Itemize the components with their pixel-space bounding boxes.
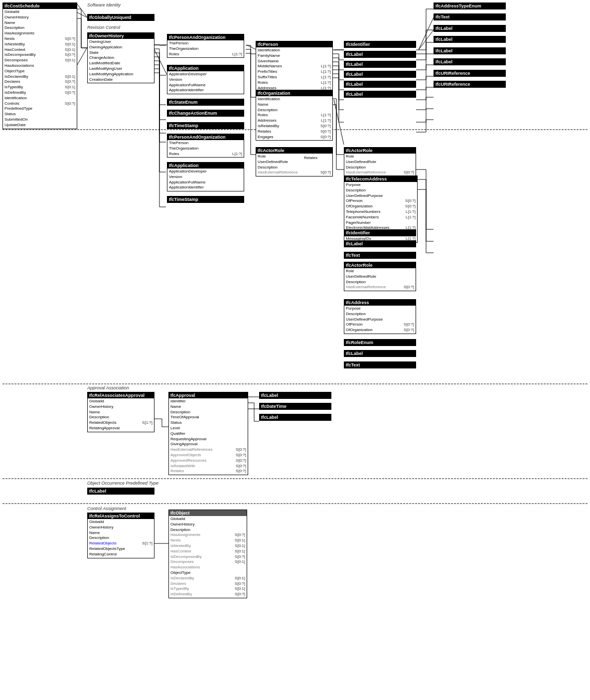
box-ifcLabel9: IfcLabel: [434, 58, 506, 65]
box-ifcAddressTypeEnum-header: IfcAddressTypeEnum: [434, 3, 505, 9]
box-ifcChangeActionEnum-header: IfcChangeActionEnum: [167, 110, 244, 116]
box-ifcLabel4: IfcLabel: [344, 81, 416, 88]
box-ifcLabel8: IfcLabel: [434, 47, 506, 54]
box-ifcRoleEnum-header: IfcRoleEnum: [344, 340, 416, 346]
box-ifcAddress-body: Purpose Description UserDefinedPurpose O…: [344, 306, 416, 334]
box-ifcPersonAndOrganization1-header: IfcPersonAndOrganization: [167, 34, 244, 40]
svg-line-1: [77, 47, 87, 65]
box-ifcDateTime-header: IfcDateTime: [260, 403, 331, 409]
box-ifcLabelPredefined-header: IfcLabel: [88, 488, 154, 494]
box-ifcIdentifier1: IfcIdentifier: [344, 41, 416, 48]
svg-line-4: [247, 45, 257, 50]
box-ifcIdentifier2-header: IfcIdentifier: [344, 230, 416, 236]
box-ifcLabelPredefined: IfcLabel: [87, 488, 154, 495]
box-ifcLabel6-header: IfcLabel: [434, 25, 505, 31]
box-ifcPersonAndOrganization2: IfcPersonAndOrganization ThePerson TheOr…: [167, 134, 244, 158]
box-ifcLabel13-header: IfcLabel: [260, 414, 331, 420]
box-ifcText1: IfcText: [434, 13, 506, 20]
box-ifcLabel1-header: IfcLabel: [344, 51, 416, 57]
box-ifcText3-header: IfcText: [344, 362, 416, 368]
box-ifcRelAssociatesApproval: IfcRelAssociatesApproval GlobalId OwnerH…: [87, 392, 154, 432]
box-ifcOwnerHistory-header: IfcOwnerHistory: [88, 33, 154, 39]
box-ifcObject: IfcObject GlobalId OwnerHistory Descript…: [168, 510, 247, 598]
box-ifcLabel2: IfcLabel: [344, 61, 416, 68]
box-ifcPerson-header: IfcPerson: [256, 41, 332, 47]
box-ifcActorRole2: IfcActorRole Role UserDefinedRole Descri…: [344, 147, 416, 176]
box-ifcLabel13: IfcLabel: [259, 414, 331, 421]
box-ifcLabel11-header: IfcLabel: [344, 350, 416, 356]
box-ifcObject-header: IfcObject: [169, 510, 247, 516]
box-ifcLabel12: IfcLabel: [259, 392, 331, 399]
section-label-revision-control: Revision Control: [87, 25, 120, 30]
box-ifcOwnerHistory-body: OwningUser OwningApplication State Chang…: [88, 39, 154, 83]
svg-line-13: [77, 4, 87, 17]
svg-line-8: [334, 100, 344, 145]
box-ifcAddress: IfcAddress Purpose Description UserDefin…: [344, 299, 416, 334]
box-ifcApplication1-header: IfcApplication: [167, 65, 244, 71]
box-ifcStateEnum: IfcStateEnum: [167, 99, 244, 106]
box-ifcActorRole3-header: IfcActorRole: [344, 262, 416, 268]
box-ifcLabel7: IfcLabel: [434, 36, 506, 43]
box-ifcGloballyUniqueId: IfcGloballyUniqueId: [87, 14, 154, 21]
box-ifcURIReference1-header: IfcURIReference: [434, 70, 505, 76]
box-ifcLabel5: IfcLabel: [344, 91, 416, 98]
box-ifcApplication1: IfcApplication ApplicationDeveloper Vers…: [167, 65, 244, 94]
svg-line-7: [419, 30, 434, 50]
box-ifcActorRole3: IfcActorRole Role UserDefinedRole Descri…: [344, 262, 416, 291]
box-ifcOrganization-body: Identification Name Description RolesL[1…: [256, 96, 332, 140]
box-ifcPersonAndOrganization2-body: ThePerson TheOrganization RolesL[1:?]: [167, 140, 244, 157]
box-ifcURIReference1: IfcURIReference: [434, 70, 506, 77]
relates-label: Relates: [304, 156, 317, 160]
box-ifcLabel10: IfcLabel: [344, 240, 416, 247]
box-ifcGloballyUniqueId-header: IfcGloballyUniqueId: [88, 14, 154, 20]
box-ifcPersonAndOrganization1-body: ThePerson TheOrganization RolesL[1:?]: [167, 40, 244, 57]
box-ifcText3: IfcText: [344, 361, 416, 368]
box-ifcRelAssociatesApproval-body: GlobalId OwnerHistory Name Description R…: [88, 398, 154, 432]
box-ifcCostSchedule: IfcCostSchedule GlobalId OwnerHistory Na…: [2, 2, 77, 129]
svg-line-0: [77, 12, 87, 17]
box-ifcLabel5-header: IfcLabel: [344, 91, 416, 97]
box-ifcTelecomAddress-header: IfcTelecomAddress: [344, 176, 417, 182]
box-ifcApplication2: IfcApplication ApplicationDeveloper Vers…: [167, 162, 244, 191]
box-ifcAddress-header: IfcAddress: [344, 300, 416, 306]
section-label-control-assignment: Control Assignment: [87, 506, 126, 511]
box-ifcApproval: IfcApproval Identifier Name Description …: [168, 392, 248, 475]
box-ifcCostSchedule-header: IfcCostSchedule: [3, 3, 77, 9]
box-ifcActorRole1-body: Role UserDefinedRole Description HasExte…: [256, 154, 332, 176]
box-ifcLabel9-header: IfcLabel: [434, 59, 505, 65]
box-ifcPerson: IfcPerson Identification FamilyName Give…: [256, 41, 333, 97]
box-ifcApplication1-body: ApplicationDeveloper Version Application…: [167, 71, 244, 94]
box-ifcActorRole2-body: Role UserDefinedRole Description HasExte…: [344, 154, 416, 176]
box-ifcLabel10-header: IfcLabel: [344, 241, 416, 247]
box-ifcTimeStamp2-header: IfcTimeStamp: [167, 196, 244, 202]
box-ifcApproval-header: IfcApproval: [169, 392, 248, 398]
box-ifcApplication2-header: IfcApplication: [167, 163, 244, 169]
box-ifcLabel3-header: IfcLabel: [344, 71, 416, 77]
box-ifcOrganization-header: IfcOrganization: [256, 90, 332, 96]
section-label-approval-association: Approval Association: [87, 385, 129, 390]
box-ifcLabel8-header: IfcLabel: [434, 48, 505, 54]
box-ifcAddressTypeEnum: IfcAddressTypeEnum: [434, 2, 506, 9]
box-ifcRelAssignsToControl-header: IfcRelAssignsToControl: [88, 513, 154, 519]
box-ifcApplication2-body: ApplicationDeveloper Version Application…: [167, 169, 244, 191]
box-ifcActorRole1: IfcActorRole Role UserDefinedRole Descri…: [256, 147, 333, 176]
box-ifcRelAssociatesApproval-header: IfcRelAssociatesApproval: [88, 392, 154, 398]
box-ifcChangeActionEnum: IfcChangeActionEnum: [167, 110, 244, 117]
box-ifcLabel7-header: IfcLabel: [434, 36, 505, 42]
box-ifcActorRole2-header: IfcActorRole: [344, 148, 416, 154]
box-ifcTimeStamp1: IfcTimeStamp: [167, 122, 244, 129]
box-ifcLabel6: IfcLabel: [434, 25, 506, 32]
box-ifcLabel12-header: IfcLabel: [260, 392, 331, 398]
box-ifcStateEnum-header: IfcStateEnum: [167, 99, 244, 105]
svg-line-3: [154, 50, 167, 75]
box-ifcOrganization: IfcOrganization Identification Name Desc…: [256, 90, 333, 141]
box-ifcRelAssignsToControl: IfcRelAssignsToControl GlobalId OwnerHis…: [87, 513, 154, 558]
box-ifcLabel4-header: IfcLabel: [344, 81, 416, 87]
box-ifcLabel1: IfcLabel: [344, 51, 416, 58]
box-ifcActorRole3-body: Role UserDefinedRole Description HasExte…: [344, 268, 416, 291]
diagram-container: Software Identity IfcCostSchedule Global…: [0, 0, 590, 700]
section-label-object-occurrence-predefined-type: Object Occurrence Predefined Type: [87, 481, 158, 486]
box-ifcCostSchedule-body: GlobalId OwnerHistory Name Description H…: [3, 9, 77, 129]
box-ifcApproval-body: Identifier Name Description TimeOfApprov…: [169, 398, 248, 475]
box-ifcLabel3: IfcLabel: [344, 71, 416, 78]
